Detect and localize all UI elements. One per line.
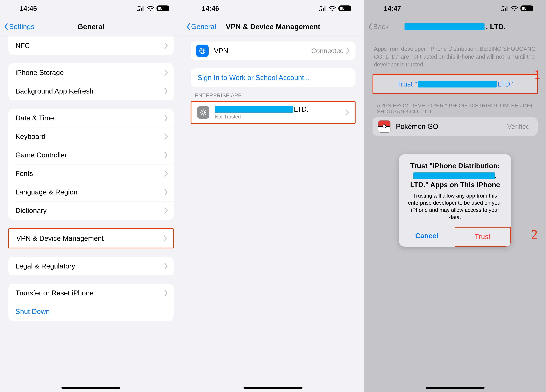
back-button[interactable]: Settings xyxy=(0,23,34,31)
nav-bar: Settings General xyxy=(0,17,182,37)
chevron-right-icon xyxy=(164,290,168,296)
back-label: Settings xyxy=(9,23,34,31)
status-time: 14:46 xyxy=(202,5,219,12)
home-indicator[interactable] xyxy=(426,387,485,389)
chevron-right-icon xyxy=(164,88,168,95)
row-label: Shut Down xyxy=(15,307,168,316)
svg-rect-9 xyxy=(321,9,322,11)
redacted-developer-name xyxy=(413,172,495,179)
row-fonts[interactable]: Fonts xyxy=(8,164,174,183)
row-trust-developer[interactable]: Trust " LTD." xyxy=(373,75,537,93)
section-header-apps-from-developer: APPS FROM DEVELOPER "IPHONE DISTRIBUTION… xyxy=(364,94,546,117)
row-label: VPN xyxy=(214,47,311,55)
chevron-right-icon xyxy=(164,189,168,196)
svg-rect-5 xyxy=(143,6,143,11)
status-right: 68 xyxy=(137,6,169,11)
row-game-controller[interactable]: Game Controller xyxy=(8,146,174,164)
row-label: Game Controller xyxy=(15,151,164,159)
status-right: 68 xyxy=(501,6,533,11)
row-legal-regulatory[interactable]: Legal & Regulatory xyxy=(8,257,174,275)
cellular-icon xyxy=(137,6,144,11)
highlight-box-vpn-device-mgmt: VPN & Device Management xyxy=(8,228,174,248)
row-label: Language & Region xyxy=(15,188,164,196)
svg-line-23 xyxy=(201,114,202,115)
trust-prefix: Trust " xyxy=(397,80,417,88)
back-button[interactable]: General xyxy=(182,23,216,31)
row-date-time[interactable]: Date & Time xyxy=(8,109,174,127)
chevron-left-icon xyxy=(186,23,190,30)
status-right: 68 xyxy=(319,6,351,11)
screenshot-3-trust-dialog: 14:47 68 Back . LTD. Apps from developer… xyxy=(364,0,546,392)
dialog-cancel-button[interactable]: Cancel xyxy=(399,227,455,247)
content: NFC iPhone Storage Background App Refres… xyxy=(0,37,182,392)
section-header-enterprise-app: ENTERPRISE APP xyxy=(182,87,364,101)
battery-icon: 68 xyxy=(156,6,169,11)
globe-icon xyxy=(196,44,208,57)
home-indicator[interactable] xyxy=(244,387,302,389)
row-app-pokemon-go[interactable]: Pokémon GO Verified xyxy=(372,117,538,136)
nav-bar: General VPN & Device Management xyxy=(182,17,364,37)
svg-rect-27 xyxy=(503,9,504,11)
row-transfer-reset-iphone[interactable]: Transfer or Reset iPhone xyxy=(8,284,174,302)
svg-point-6 xyxy=(320,6,321,7)
row-vpn-device-management[interactable]: VPN & Device Management xyxy=(9,229,173,248)
row-language-region[interactable]: Language & Region xyxy=(8,183,174,201)
annotation-2: 2 xyxy=(531,227,538,241)
wifi-icon xyxy=(329,6,336,11)
row-iphone-storage[interactable]: iPhone Storage xyxy=(8,63,174,82)
row-shut-down[interactable]: Shut Down xyxy=(8,302,174,321)
svg-point-25 xyxy=(503,6,504,7)
screenshot-1-general-settings: 14:45 68 Settings General NFC iPhone Sto… xyxy=(0,0,182,392)
dialog-title-line1: Trust "iPhone Distribution: xyxy=(410,162,500,170)
svg-rect-4 xyxy=(141,7,142,11)
chevron-right-icon xyxy=(346,47,350,54)
trust-suffix: LTD." xyxy=(497,80,514,88)
wifi-icon xyxy=(511,6,518,11)
row-label: Legal & Regulatory xyxy=(15,262,164,270)
chevron-left-icon xyxy=(368,23,372,30)
row-vpn[interactable]: VPN Connected xyxy=(191,42,356,60)
dialog-title: Trust "iPhone Distribution: . LTD." Apps… xyxy=(406,161,504,190)
status-time: 14:47 xyxy=(384,5,401,12)
row-sign-in-work-school[interactable]: Sign In to Work or School Account... xyxy=(191,68,356,87)
row-nfc[interactable]: NFC xyxy=(8,37,174,55)
row-keyboard[interactable]: Keyboard xyxy=(8,127,174,146)
row-label: Date & Time xyxy=(15,114,164,122)
home-indicator[interactable] xyxy=(61,387,120,389)
svg-rect-11 xyxy=(324,6,325,11)
redacted-developer-name xyxy=(215,106,293,113)
nav-title-suffix: . LTD. xyxy=(486,22,506,31)
developer-trust-explanation: Apps from developer "iPhone Distribution… xyxy=(364,37,546,73)
row-dictionary[interactable]: Dictionary xyxy=(8,201,174,220)
annotation-1: 1 xyxy=(534,67,540,82)
svg-line-22 xyxy=(205,110,206,111)
row-label: Sign In to Work or School Account... xyxy=(198,74,350,82)
row-enterprise-profile[interactable]: LTD. Not Trusted xyxy=(191,102,355,123)
chevron-left-icon xyxy=(4,23,8,30)
row-background-app-refresh[interactable]: Background App Refresh xyxy=(8,82,174,100)
svg-rect-26 xyxy=(501,10,502,11)
svg-point-0 xyxy=(138,6,139,7)
svg-line-21 xyxy=(205,114,206,115)
row-label: VPN & Device Management xyxy=(16,234,163,242)
svg-point-7 xyxy=(321,6,322,7)
chevron-right-icon xyxy=(164,152,168,158)
svg-rect-3 xyxy=(139,9,140,11)
content: VPN Connected Sign In to Work or School … xyxy=(182,37,364,392)
svg-point-15 xyxy=(202,111,205,114)
redacted-developer-name xyxy=(404,23,485,30)
svg-line-20 xyxy=(201,110,202,111)
battery-icon: 68 xyxy=(520,6,533,11)
row-value: Connected xyxy=(311,47,344,55)
svg-rect-10 xyxy=(323,7,324,11)
pokeball-icon xyxy=(378,120,390,133)
row-label: Transfer or Reset iPhone xyxy=(15,289,164,297)
dialog-trust-button[interactable]: Trust xyxy=(455,227,511,247)
wifi-icon xyxy=(147,6,154,11)
chevron-right-icon xyxy=(164,170,168,177)
chevron-right-icon xyxy=(345,109,349,116)
back-button[interactable]: Back xyxy=(364,23,389,31)
row-label: NFC xyxy=(15,42,164,50)
svg-point-1 xyxy=(139,6,141,7)
profile-name-suffix: LTD. xyxy=(294,105,309,113)
